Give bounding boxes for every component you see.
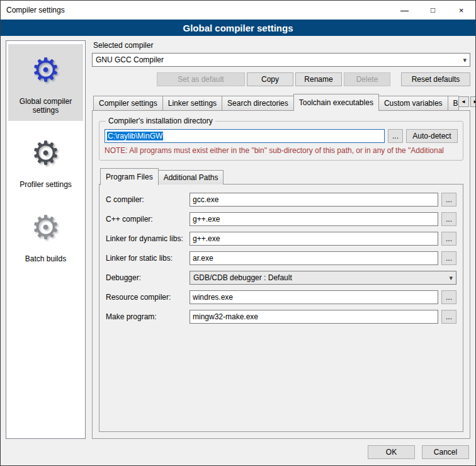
window-title: Compiler settings: [6, 6, 65, 14]
form-row-c-compiler: C compiler: ...: [106, 193, 456, 207]
tab-scroll-buttons: ◄ ►: [458, 96, 476, 108]
sidebar-item-label: Global compiler settings: [9, 97, 82, 115]
form-row-debugger: Debugger: GDB/CDB debugger : Default ▾: [106, 271, 456, 285]
tab-toolchain-executables[interactable]: Toolchain executables: [293, 94, 379, 111]
batch-builds-icon: ⚙: [31, 207, 60, 252]
debugger-combobox-value: GDB/CDB debugger : Default: [193, 273, 292, 282]
linker-dynamic-input[interactable]: [190, 232, 438, 246]
rename-button[interactable]: Rename: [295, 72, 342, 86]
set-as-default-button[interactable]: Set as default: [157, 72, 245, 86]
tab-program-files[interactable]: Program Files: [100, 168, 159, 185]
resource-compiler-label: Resource compiler:: [106, 293, 186, 302]
tab-scroll-left-icon[interactable]: ◄: [458, 96, 469, 107]
titlebar: Compiler settings — □ ×: [1, 1, 475, 20]
tab-compiler-settings[interactable]: Compiler settings: [93, 96, 163, 110]
close-button[interactable]: ×: [447, 1, 475, 20]
c-compiler-label: C compiler:: [106, 195, 186, 204]
sidebar: ⚙ Global compiler settings ⚙ Profiler se…: [6, 40, 86, 439]
delete-button[interactable]: Delete: [344, 72, 390, 86]
installation-directory-legend: Compiler's installation directory: [106, 116, 215, 125]
program-files-panel: C compiler: ... C++ compiler: ... Linker…: [99, 184, 463, 432]
debugger-label: Debugger:: [106, 273, 186, 282]
profiler-icon: ⚙: [31, 132, 60, 178]
resource-compiler-browse-button[interactable]: ...: [441, 290, 456, 304]
cpp-compiler-input[interactable]: [190, 212, 438, 226]
linker-dynamic-browse-button[interactable]: ...: [441, 232, 456, 246]
sidebar-item-label: Batch builds: [25, 254, 66, 263]
debugger-combobox[interactable]: GDB/CDB debugger : Default ▾: [190, 271, 456, 285]
form-row-cpp-compiler: C++ compiler: ...: [106, 212, 456, 226]
install-dir-selected-text: C:\raylib\MinGW: [107, 132, 163, 140]
form-row-linker-dynamic: Linker for dynamic libs: ...: [106, 232, 456, 246]
global-compiler-gear-icon: ⚙: [31, 49, 60, 94]
install-dir-browse-button[interactable]: ...: [388, 129, 403, 143]
settings-tabstrip: Compiler settings Linker settings Search…: [92, 94, 470, 110]
form-row-make-program: Make program: ...: [106, 310, 456, 324]
make-program-label: Make program:: [106, 312, 186, 321]
maximize-button[interactable]: □: [419, 1, 447, 20]
cancel-button[interactable]: Cancel: [422, 445, 469, 459]
make-program-browse-button[interactable]: ...: [441, 310, 456, 324]
c-compiler-browse-button[interactable]: ...: [441, 193, 456, 207]
install-dir-input[interactable]: C:\raylib\MinGW: [105, 129, 385, 143]
tab-scroll-right-icon[interactable]: ►: [470, 96, 476, 107]
toolchain-executables-panel: Compiler's installation directory C:\ray…: [92, 110, 470, 439]
linker-dynamic-label: Linker for dynamic libs:: [106, 234, 186, 243]
copy-button[interactable]: Copy: [247, 72, 293, 86]
sidebar-item-global-compiler-settings[interactable]: ⚙ Global compiler settings: [8, 44, 83, 121]
tab-linker-settings[interactable]: Linker settings: [162, 96, 222, 110]
page-title: Global compiler settings: [1, 20, 475, 36]
form-row-resource-compiler: Resource compiler: ...: [106, 290, 456, 304]
minimize-button[interactable]: —: [390, 1, 419, 20]
compiler-actions: Set as default Copy Rename Delete Reset …: [92, 72, 470, 86]
compiler-combobox[interactable]: GNU GCC Compiler ▾: [92, 53, 470, 67]
tab-build-options[interactable]: Buil: [448, 96, 459, 110]
compiler-settings-window: Compiler settings — □ × Global compiler …: [0, 0, 476, 466]
resource-compiler-input[interactable]: [190, 290, 438, 304]
install-dir-note: NOTE: All programs must exist either in …: [105, 146, 458, 155]
sidebar-item-batch-builds[interactable]: ⚙ Batch builds: [8, 202, 83, 270]
installation-directory-group: Compiler's installation directory C:\ray…: [99, 116, 463, 161]
form-row-linker-static: Linker for static libs: ...: [106, 251, 456, 265]
linker-static-input[interactable]: [190, 251, 438, 265]
ok-button[interactable]: OK: [368, 445, 415, 459]
cpp-compiler-browse-button[interactable]: ...: [441, 212, 456, 226]
sidebar-item-profiler-settings[interactable]: ⚙ Profiler settings: [8, 127, 83, 195]
chevron-down-icon: ▾: [463, 56, 467, 64]
make-program-input[interactable]: [190, 310, 438, 324]
linker-static-label: Linker for static libs:: [106, 254, 186, 263]
sidebar-item-label: Profiler settings: [20, 180, 72, 189]
compiler-combobox-value: GNU GCC Compiler: [96, 55, 164, 64]
dialog-footer: OK Cancel: [1, 444, 475, 465]
tab-custom-variables[interactable]: Custom variables: [378, 96, 448, 110]
programs-tabstrip: Program Files Additional Paths: [99, 168, 463, 185]
chevron-down-icon: ▾: [449, 274, 453, 282]
tab-search-directories[interactable]: Search directories: [222, 96, 294, 110]
selected-compiler-label: Selected compiler: [93, 41, 470, 50]
linker-static-browse-button[interactable]: ...: [441, 251, 456, 265]
tab-additional-paths[interactable]: Additional Paths: [158, 170, 224, 185]
c-compiler-input[interactable]: [190, 193, 438, 207]
autodetect-button[interactable]: Auto-detect: [406, 129, 458, 143]
reset-defaults-button[interactable]: Reset defaults: [401, 72, 470, 86]
cpp-compiler-label: C++ compiler:: [106, 215, 186, 224]
